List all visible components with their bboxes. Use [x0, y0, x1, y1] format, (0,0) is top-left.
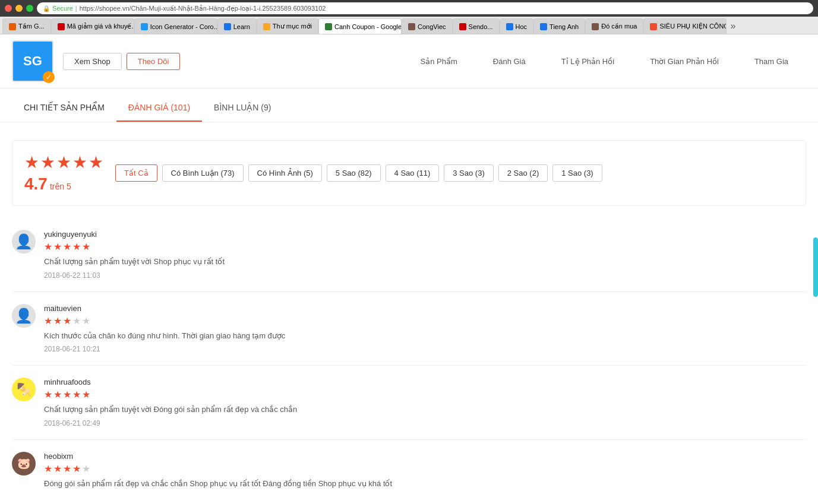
avatar-yukinguyenyuki: 👤	[12, 230, 36, 253]
star-5-half: ★	[89, 153, 103, 172]
url-separator: |	[75, 5, 77, 12]
review-text-3: Chất lượng sản phẩm tuyệt vời Đóng gói s…	[44, 404, 806, 416]
avatar-heobixm: 🐷	[12, 452, 36, 476]
nav-ti-le-phan-hoi[interactable]: Tỉ Lệ Phản Hồi	[544, 52, 632, 71]
shop-header: SG ✓ Xem Shop Theo Dõi Sản Phẩm Đánh Giá…	[0, 34, 818, 88]
shop-logo-text: SG	[23, 53, 42, 69]
tab-sieu-phu-kien[interactable]: SIÊU PHỤ KIỆN CÔNG...	[643, 18, 727, 34]
review-item-2: 👤 maituevien ★ ★ ★ ★ ★ Kích thước của ch…	[12, 292, 806, 366]
review-text-2: Kích thước của chăn ko đúng như hình. Th…	[44, 330, 806, 342]
star-4: ★	[72, 153, 87, 172]
review-content-3: minhruafoods ★ ★ ★ ★ ★ Chất lượng sản ph…	[44, 378, 806, 427]
rating-stars-big: ★ ★ ★ ★ ★	[24, 153, 103, 172]
review-stars-4: ★ ★ ★ ★ ★	[44, 463, 806, 474]
reviewer-name-4: heobixm	[44, 452, 806, 461]
reviewer-name-2: maituevien	[44, 304, 806, 313]
review-stars-1: ★ ★ ★ ★ ★	[44, 241, 806, 252]
review-text-1: Chất lượng sản phẩm tuyệt vời Shop phục …	[44, 256, 806, 268]
tab-congviec[interactable]: CongViec	[402, 18, 453, 34]
filter-1-sao[interactable]: 1 Sao (3)	[552, 164, 602, 182]
nav-thoi-gian-phan-hoi[interactable]: Thời Gian Phản Hồi	[632, 52, 737, 71]
tab-bar: Tầm G... Mã giảm giá và khuyế... Icon Ge…	[0, 17, 818, 34]
filter-5-sao[interactable]: 5 Sao (82)	[327, 164, 381, 182]
avatar-minhruafoods: 🍢	[12, 378, 36, 401]
rating-max: trên 5	[50, 182, 71, 191]
browser-chrome: 🔒 Secure | https://shopee.vn/Chăn-Muji-x…	[0, 0, 818, 17]
lock-icon: 🔒	[43, 5, 50, 12]
tab-binh-luan[interactable]: BÌNH LUẬN (9)	[202, 94, 283, 122]
star-3: ★	[56, 153, 71, 172]
star-1: ★	[24, 153, 39, 172]
star-2: ★	[40, 153, 55, 172]
tab-hoc[interactable]: Hoc	[500, 18, 534, 34]
view-shop-button[interactable]: Xem Shop	[63, 53, 122, 70]
tab-danh-gia[interactable]: ĐÁNH GIÁ (101)	[116, 94, 202, 122]
review-item-3: 🍢 minhruafoods ★ ★ ★ ★ ★ Chất lượng sản …	[12, 366, 806, 440]
nav-danh-gia[interactable]: Đánh Giá	[475, 52, 544, 71]
review-item-1: 👤 yukinguyenyuki ★ ★ ★ ★ ★ Chất lượng sả…	[12, 218, 806, 292]
review-content-1: yukinguyenyuki ★ ★ ★ ★ ★ Chất lượng sản …	[44, 230, 806, 280]
filter-co-binh-luan[interactable]: Có Bình Luận (73)	[162, 164, 244, 182]
shop-actions: Xem Shop Theo Dõi	[63, 53, 180, 70]
rating-score-block: ★ ★ ★ ★ ★ 4.7 trên 5	[24, 153, 103, 194]
maximize-window-button[interactable]	[26, 5, 33, 12]
review-stars-3: ★ ★ ★ ★ ★	[44, 389, 806, 400]
tab-chi-tiet-san-pham[interactable]: CHI TIẾT SẢN PHẨM	[12, 94, 116, 122]
reviewer-name-1: yukinguyenyuki	[44, 230, 806, 239]
tab-canh-coupon[interactable]: Canh Coupon - Google...	[318, 18, 402, 34]
tab-do-can-mua[interactable]: Đó cần mua	[585, 18, 643, 34]
address-bar[interactable]: 🔒 Secure | https://shopee.vn/Chăn-Muji-x…	[37, 2, 813, 14]
tab-tieng-anh[interactable]: Tieng Anh	[533, 18, 585, 34]
filter-buttons: Tất Cả Có Bình Luận (73) Có Hình Ảnh (5)…	[115, 164, 602, 182]
secure-label: Secure	[52, 5, 73, 12]
tab-icon-generator[interactable]: Icon Generator - Coro...	[134, 18, 217, 34]
shop-verified-badge: ✓	[43, 71, 55, 83]
product-tabs: CHI TIẾT SẢN PHẨM ĐÁNH GIÁ (101) BÌNH LU…	[0, 94, 818, 122]
reviewer-name-3: minhruafoods	[44, 378, 806, 386]
filter-4-sao[interactable]: 4 Sao (11)	[386, 164, 440, 182]
review-date-1: 2018-06-22 11:03	[44, 271, 806, 280]
review-item-4: 🐷 heobixm ★ ★ ★ ★ ★ Đóng gói sản phẩm rấ…	[12, 440, 806, 505]
filter-3-sao[interactable]: 3 Sao (3)	[444, 164, 493, 182]
review-content-2: maituevien ★ ★ ★ ★ ★ Kích thước của chăn…	[44, 304, 806, 354]
scroll-indicator[interactable]	[813, 237, 818, 297]
follow-button[interactable]: Theo Dõi	[127, 53, 181, 70]
review-date-3: 2018-06-21 02:49	[44, 419, 806, 427]
nav-san-pham[interactable]: Sản Phẩm	[403, 52, 475, 71]
review-stars-2: ★ ★ ★ ★ ★	[44, 315, 806, 327]
tab-learn[interactable]: Learn	[217, 18, 257, 34]
page-content: SG ✓ Xem Shop Theo Dõi Sản Phẩm Đánh Giá…	[0, 34, 818, 504]
avatar-maituevien: 👤	[12, 304, 36, 328]
filter-all[interactable]: Tất Cả	[115, 164, 157, 182]
url-text: https://shopee.vn/Chăn-Muji-xuất-Nhật-Bả…	[80, 5, 326, 12]
review-content-4: heobixm ★ ★ ★ ★ ★ Đóng gói sản phẩm rất …	[44, 452, 806, 493]
tab-sendo[interactable]: Sendo...	[453, 18, 500, 34]
shop-logo: SG ✓	[12, 40, 53, 82]
more-tabs-button[interactable]: »	[727, 18, 739, 34]
filter-co-hinh-anh[interactable]: Có Hình Ảnh (5)	[248, 164, 322, 182]
tab-ma-giam-gia[interactable]: Mã giảm giá và khuyế...	[51, 18, 134, 34]
minimize-window-button[interactable]	[15, 5, 23, 12]
tab-thu-muc-moi[interactable]: Thư mục mới	[257, 18, 318, 34]
rating-summary: ★ ★ ★ ★ ★ 4.7 trên 5 Tất Cả Có Bình Luận…	[12, 140, 806, 206]
nav-tham-gia[interactable]: Tham Gia	[737, 52, 806, 71]
rating-number: 4.7	[24, 175, 48, 194]
close-window-button[interactable]	[5, 5, 12, 12]
tab-tam-g[interactable]: Tầm G...	[2, 18, 51, 34]
reviews-section: ★ ★ ★ ★ ★ 4.7 trên 5 Tất Cả Có Bình Luận…	[0, 128, 818, 504]
review-date-2: 2018-06-21 10:21	[44, 345, 806, 353]
shop-nav: Sản Phẩm Đánh Giá Tỉ Lệ Phản Hồi Thời Gi…	[403, 52, 806, 71]
filter-2-sao[interactable]: 2 Sao (2)	[498, 164, 548, 182]
review-text-4: Đóng gói sản phẩm rất đẹp và chắc chắn S…	[44, 478, 806, 490]
